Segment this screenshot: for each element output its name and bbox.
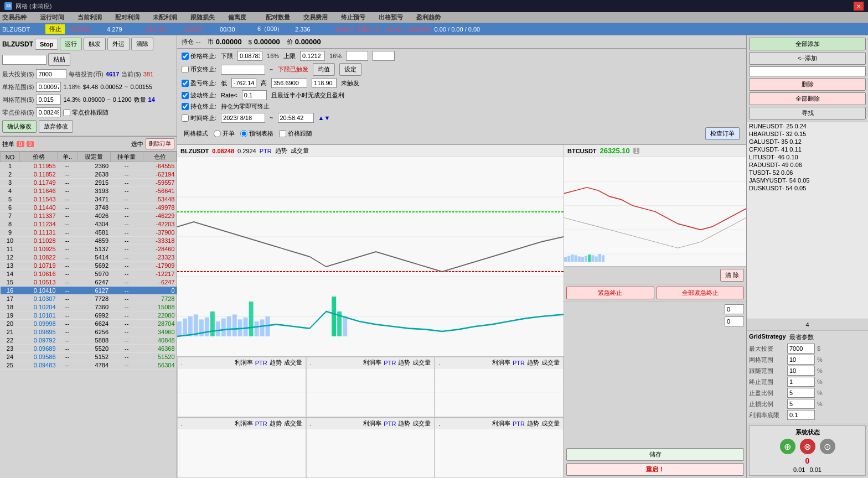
time-stop-checkbox[interactable]: 时间终止:	[182, 114, 216, 122]
table-row[interactable]: 13 0.10719 -- 5692 -- -17909	[1, 262, 177, 270]
instrument-list-container[interactable]: RUNEUSDT- 25 0.24HBARUSDT- 32 0.15GALUSD…	[747, 122, 868, 319]
table-row[interactable]: 17 0.10307 -- 7728 -- 7728	[1, 295, 177, 303]
icon-stop[interactable]: ⊗	[800, 439, 815, 454]
order-table-container[interactable]: NO 价格 单.. 设定量 挂单量 仓位 1 0.11955 -- 2360	[0, 152, 177, 478]
table-row[interactable]: 12 0.10822 -- 5414 -- -23323	[1, 253, 177, 262]
list-item[interactable]: CFXUSDT- 41 0.11	[747, 146, 868, 153]
zero-price-input[interactable]	[36, 107, 61, 117]
grid-param-input[interactable]	[787, 377, 815, 387]
grid-param-input[interactable]	[787, 366, 815, 376]
rate-input[interactable]	[242, 90, 267, 100]
profit-high-input[interactable]	[271, 78, 307, 88]
time-date-input[interactable]	[221, 113, 265, 123]
list-item[interactable]: DUSKUSDT- 54 0.05	[747, 184, 868, 192]
check-order-button[interactable]: 检查订单	[705, 127, 740, 140]
net-range-input[interactable]	[36, 95, 61, 105]
grid-range-input[interactable]	[36, 82, 61, 92]
delete-order-button[interactable]: 删除订单	[146, 138, 174, 149]
table-row[interactable]: 5 0.11543 -- 3471 -- -53448	[1, 195, 177, 204]
cancel-modify-button[interactable]: 放弃修改	[39, 120, 73, 133]
side-val-2-input[interactable]	[725, 316, 744, 326]
table-row[interactable]: 6 0.11440 -- 3748 -- -49978	[1, 204, 177, 212]
external-button[interactable]: 外运	[107, 38, 130, 50]
table-row[interactable]: 19 0.10101 -- 6992 -- 22080	[1, 311, 177, 320]
max-invest-input[interactable]	[36, 69, 66, 79]
table-row[interactable]: 22 0.09792 -- 5888 -- 40848	[1, 336, 177, 345]
list-item[interactable]: GALUSDT- 35 0.12	[747, 138, 868, 146]
emergency-stop-button[interactable]: 紧急终止	[566, 287, 654, 299]
save-button[interactable]: 储存	[566, 448, 744, 461]
list-item[interactable]: LITUSDT- 46 0.10	[747, 153, 868, 161]
avg-button[interactable]: 均值	[313, 63, 335, 76]
side-val-1-input[interactable]	[725, 304, 744, 314]
list-item[interactable]: HBARUSDT- 32 0.15	[747, 130, 868, 138]
paste-button[interactable]: 粘贴	[48, 53, 70, 66]
stop-button[interactable]: Stop	[35, 39, 58, 50]
hold-stop-checkbox[interactable]: 持仓终止:	[182, 102, 216, 111]
table-row[interactable]: 10 0.11028 -- 4859 -- -33318	[1, 237, 177, 245]
profit-val-input[interactable]	[312, 78, 337, 88]
time-spinner[interactable]: ▲▼	[318, 115, 330, 121]
high-val-input[interactable]	[300, 51, 325, 61]
list-item[interactable]: RUNEUSDT- 25 0.24	[747, 122, 868, 130]
grid-param-input[interactable]	[787, 410, 815, 420]
table-row[interactable]: 21 0.09895 -- 6256 -- 34960	[1, 328, 177, 336]
list-item[interactable]: RADUSDT- 49 0.06	[747, 161, 868, 169]
set-button[interactable]: 设定	[339, 63, 361, 76]
add-input[interactable]	[749, 66, 866, 76]
clear-button[interactable]: 清除	[131, 38, 153, 50]
table-row[interactable]: 7 0.11337 -- 4026 -- -46229	[1, 212, 177, 220]
symbol-input[interactable]	[2, 55, 46, 65]
extra-input-1[interactable]	[346, 51, 368, 61]
list-item[interactable]: TUSDT- 52 0.06	[747, 169, 868, 176]
grid-param-input[interactable]	[787, 388, 815, 398]
delete-item-button[interactable]: 删除	[749, 78, 866, 91]
delete-all-button[interactable]: 全部删除	[749, 92, 866, 105]
table-row[interactable]: 3 0.11749 -- 2915 -- -59557	[1, 179, 177, 187]
table-row[interactable]: 15 0.10513 -- 6247 -- -6247	[1, 278, 177, 287]
grid-param-input[interactable]	[787, 399, 815, 409]
clear-button-right[interactable]: 清 除	[720, 269, 744, 282]
table-row[interactable]: 20 0.09998 -- 6624 -- 28704	[1, 320, 177, 328]
trigger-button[interactable]: 触发	[84, 38, 106, 50]
table-row[interactable]: 8 0.11234 -- 4304 -- -42203	[1, 220, 177, 228]
low-val-input[interactable]	[237, 51, 262, 61]
icon-grid[interactable]: ⊕	[780, 439, 795, 454]
icon-search[interactable]: ⊙	[820, 439, 835, 454]
table-row[interactable]: 25 0.09483 -- 4784 -- 56304	[1, 361, 177, 370]
search-button[interactable]: 寻找	[749, 107, 866, 119]
open-mode-radio[interactable]: 开单	[214, 129, 235, 138]
emergency-stop-all-button[interactable]: 全部紧急终止	[657, 287, 745, 299]
zero-price-follow-checkbox[interactable]: 零点价格跟随	[63, 108, 108, 117]
safety-checkbox[interactable]: 币安终止:	[182, 65, 216, 74]
table-row[interactable]: 18 0.10204 -- 7360 -- 15088	[1, 303, 177, 311]
grid-param-input[interactable]	[787, 344, 815, 354]
follow-price-checkbox[interactable]: 价格跟随	[279, 129, 312, 138]
list-item[interactable]: JASMYUSDT- 54 0.05	[747, 176, 868, 184]
run-button[interactable]: 运行	[60, 38, 82, 50]
grid-param-input[interactable]	[787, 355, 815, 365]
table-row[interactable]: 9 0.11131 -- 4581 -- -37900	[1, 228, 177, 237]
table-row[interactable]: 11 0.10925 -- 5137 -- -28460	[1, 245, 177, 253]
price-limit-checkbox[interactable]: 价格终止:	[182, 52, 216, 60]
table-row[interactable]: 1 0.11955 -- 2360 -- -64555	[1, 162, 177, 170]
profit-low-input[interactable]	[231, 78, 256, 88]
wave-stop-checkbox[interactable]: 波动终止:	[182, 91, 216, 100]
table-row[interactable]: 14 0.10616 -- 5970 -- -12217	[1, 270, 177, 278]
table-data-row[interactable]: BLZUSDT 停止 -532.06 4.279 -513.33 -20.674…	[0, 23, 868, 35]
extra-input-2[interactable]	[373, 51, 395, 61]
table-row[interactable]: 2 0.11852 -- 2638 -- -62194	[1, 170, 177, 179]
time-time-input[interactable]	[278, 113, 314, 123]
table-row[interactable]: 4 0.11646 -- 3193 -- -56641	[1, 187, 177, 195]
confirm-modify-button[interactable]: 确认修改	[2, 120, 37, 133]
profit-stop-checkbox[interactable]: 盈亏终止:	[182, 79, 216, 87]
add-item-button[interactable]: <--添加	[749, 52, 866, 65]
add-all-button[interactable]: 全部添加	[749, 38, 866, 50]
table-row[interactable]: 24 0.09586 -- 5152 -- 51520	[1, 353, 177, 361]
safety-input[interactable]	[221, 65, 265, 75]
table-row[interactable]: 23 0.09689 -- 5520 -- 46368	[1, 345, 177, 353]
predict-mode-radio[interactable]: 预制表格	[240, 129, 273, 138]
table-row[interactable]: 16 0.10410 -- 6127 -- 0	[1, 287, 177, 295]
close-button[interactable]: ✕	[854, 2, 864, 11]
restart-button[interactable]: 重启！	[566, 463, 744, 476]
